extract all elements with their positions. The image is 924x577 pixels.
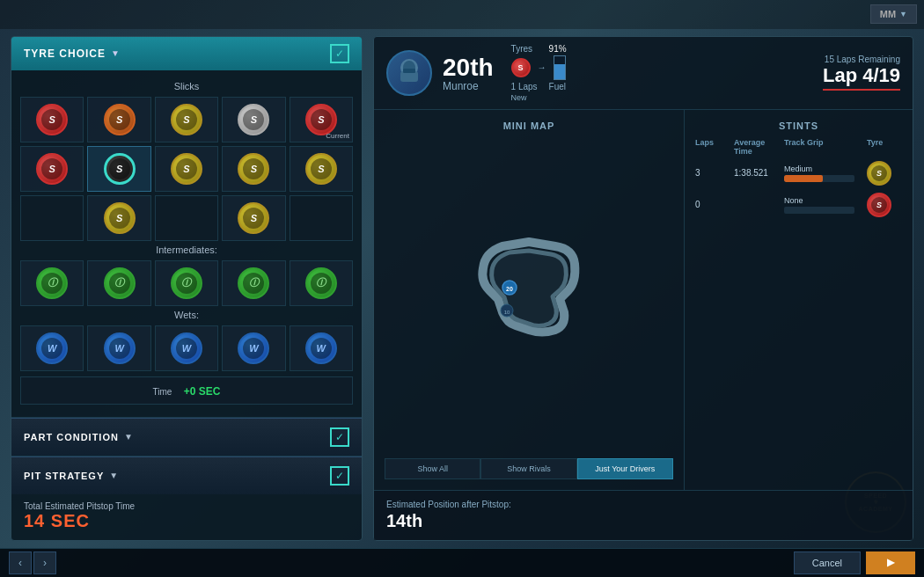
driver-info: 20th Munroe: [443, 54, 494, 92]
slicks-label: Slicks: [20, 81, 353, 91]
grip-fill-1: [784, 175, 823, 182]
map-container: 20 10: [385, 138, 673, 451]
mm-logo-chevron: ▼: [899, 10, 907, 18]
lap-display: Lap 4/19: [823, 64, 900, 87]
nav-arrows: ‹ ›: [9, 551, 56, 574]
tyre-cell[interactable]: S: [222, 146, 285, 192]
driver-bar: 20th Munroe Tyres 91% S →: [374, 37, 913, 110]
stat-row-laps: 1 Laps Fuel: [511, 82, 580, 91]
stints-grip-1: Medium: [784, 164, 863, 182]
stints-avgtime-1: 1:38.521: [734, 168, 781, 178]
stat-row-new: New: [511, 93, 580, 102]
left-panel: TYRE CHOICE ▼ ✓ Slicks S S: [11, 36, 363, 541]
total-pitstop-value: 14 SEC: [24, 511, 349, 531]
lap-info: 15 Laps Remaining Lap 4/19: [823, 55, 900, 91]
part-condition-section: PART CONDITION ▼ ✓: [11, 417, 362, 456]
stints-laps-1: 3: [695, 168, 730, 178]
stints-col-grip: Track Grip: [784, 138, 863, 156]
tyre-choice-check: ✓: [330, 44, 349, 63]
driver-avatar: [386, 50, 432, 96]
estimated-section: Estimated Position after Pitstop: 14th: [374, 490, 913, 540]
pit-strategy-header[interactable]: PIT STRATEGY ▼ ✓: [11, 456, 362, 494]
pit-strategy-title: PIT STRATEGY ▼: [24, 471, 119, 481]
fuel-bar-container: [554, 55, 566, 80]
svg-text:20: 20: [506, 286, 513, 292]
time-display: Time +0 SEC: [20, 376, 353, 405]
stints-grip-2: None: [784, 196, 863, 214]
tyre-cell-current[interactable]: S: [290, 97, 353, 142]
tyre-cell[interactable]: S: [87, 97, 150, 142]
tyre-cell-empty: [155, 195, 218, 241]
tyre-cell[interactable]: S: [87, 195, 150, 241]
show-all-button[interactable]: Show All: [385, 458, 480, 479]
stints-section: STINTS Laps Average Time Track Grip Tyre…: [684, 110, 913, 490]
tyre-cell[interactable]: W: [290, 325, 353, 371]
fuel-label: Fuel: [549, 82, 580, 91]
tyre-cell[interactable]: S: [155, 97, 218, 142]
wets-label: Wets:: [20, 310, 353, 320]
tyre-cell[interactable]: Ⓘ: [87, 260, 150, 306]
tyre-cell[interactable]: W: [20, 325, 84, 371]
part-condition-title: PART CONDITION ▼: [24, 432, 134, 442]
svg-text:10: 10: [504, 310, 510, 315]
tyres-value: 91%: [549, 44, 567, 54]
slicks-row3: S S: [20, 195, 353, 241]
mm-logo-text: MM: [880, 9, 896, 19]
bottom-bar: ‹ › Cancel ▶: [0, 548, 924, 577]
confirm-button[interactable]: ▶: [866, 551, 915, 574]
tyre-cell[interactable]: Ⓘ: [20, 260, 84, 306]
driver-name: Munroe: [443, 80, 494, 92]
tyre-cell[interactable]: Ⓘ: [155, 260, 218, 306]
part-condition-check: ✓: [330, 427, 349, 447]
pit-strategy-chevron: ▼: [109, 471, 119, 480]
tyre-cell[interactable]: S: [20, 97, 84, 142]
right-panel: 20th Munroe Tyres 91% S →: [373, 36, 913, 541]
mini-map-section: MINI MAP: [374, 110, 684, 490]
estimated-label: Estimated Position after Pitstop:: [386, 500, 900, 509]
grip-bar-1: [784, 175, 854, 182]
nav-right-arrow[interactable]: ›: [33, 551, 56, 574]
tyre-cell[interactable]: W: [222, 325, 285, 371]
stints-grip-label-2: None: [784, 196, 863, 205]
tyre-cell-empty: [290, 195, 353, 241]
stints-col-laps: Laps: [695, 138, 730, 156]
just-your-drivers-button[interactable]: Just Your Drivers: [577, 458, 673, 479]
laps-remaining: 15 Laps Remaining: [823, 55, 900, 64]
part-condition-header[interactable]: PART CONDITION ▼ ✓: [11, 418, 362, 456]
tyre-cell[interactable]: S: [155, 146, 218, 192]
driver-position: 20th: [443, 54, 494, 82]
tyres-label: Tyres: [511, 44, 542, 54]
grip-bar-2: [784, 207, 854, 214]
slicks-row1: S S S S S: [20, 97, 353, 142]
part-condition-chevron: ▼: [124, 432, 134, 442]
tyre-cell[interactable]: S: [222, 97, 285, 142]
stat-row-tyre-indicator: S →: [511, 55, 580, 80]
fuel-bar-fill: [554, 64, 565, 79]
pit-strategy-section: PIT STRATEGY ▼ ✓: [11, 456, 362, 494]
tyre-choice-title: TYRE CHOICE ▼: [24, 47, 121, 60]
tyre-cell[interactable]: S: [222, 195, 285, 241]
confirm-arrow: ▶: [887, 557, 894, 568]
cancel-button[interactable]: Cancel: [794, 551, 861, 574]
tyre-cell[interactable]: Ⓘ: [290, 260, 353, 306]
svg-rect-3: [403, 69, 415, 73]
tyre-choice-header[interactable]: TYRE CHOICE ▼ ✓: [11, 37, 362, 70]
avatar-icon: [390, 54, 429, 92]
stints-grip-label-1: Medium: [784, 164, 863, 173]
tyre-cell-selected[interactable]: S: [87, 146, 150, 192]
time-value: +0 SEC: [184, 385, 221, 398]
tyre-cell[interactable]: W: [87, 325, 150, 371]
stints-row-2: 0 None S: [695, 193, 902, 217]
tyre-cell[interactable]: Ⓘ: [222, 260, 285, 306]
lap-underline: [823, 89, 900, 91]
content-area: TYRE CHOICE ▼ ✓ Slicks S S: [0, 29, 924, 548]
time-label: Time: [153, 387, 172, 397]
tyre-cell[interactable]: S: [290, 146, 353, 192]
mm-logo[interactable]: MM ▼: [870, 4, 917, 24]
tyre-arrow: →: [538, 62, 546, 72]
tyre-cell[interactable]: W: [155, 325, 218, 371]
show-rivals-button[interactable]: Show Rivals: [480, 458, 576, 479]
nav-left-arrow[interactable]: ‹: [9, 551, 32, 574]
tyre-cell-empty: [20, 195, 84, 241]
tyre-cell[interactable]: S: [20, 146, 84, 192]
